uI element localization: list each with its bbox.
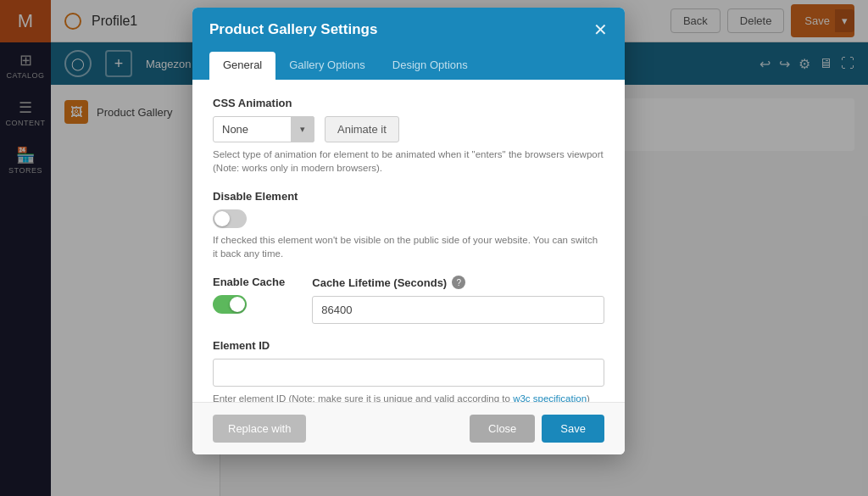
modal-overlay: Common tabs for all elements Product Gal… xyxy=(0,0,868,496)
modal-title: Product Gallery Settings xyxy=(209,21,377,38)
enable-cache-col: Enable Cache xyxy=(213,276,285,314)
disable-element-toggle[interactable] xyxy=(213,209,247,228)
disable-element-description: If checked this element won't be visible… xyxy=(213,233,604,260)
css-animation-controls: None ▾ Animate it xyxy=(213,116,604,142)
animate-it-button[interactable]: Animate it xyxy=(325,116,399,142)
tab-design-options[interactable]: Design Options xyxy=(379,52,481,80)
footer-right: Close Save xyxy=(470,415,604,443)
css-animation-select-wrapper: None ▾ xyxy=(213,116,314,142)
disable-element-label: Disable Element xyxy=(213,190,604,203)
css-animation-select[interactable]: None xyxy=(213,116,314,142)
cache-row: Enable Cache Cache Lifetime (Seconds) ? xyxy=(213,276,604,324)
cache-lifetime-label: Cache Lifetime (Seconds) xyxy=(312,276,447,289)
tab-general[interactable]: General xyxy=(209,52,275,80)
modal-tabs: General Gallery Options Design Options xyxy=(192,52,625,80)
disable-element-toggle-wrapper xyxy=(213,209,604,228)
toggle-knob-cache xyxy=(230,297,245,312)
modal-header: Product Gallery Settings ✕ xyxy=(192,8,625,52)
css-animation-section: CSS Animation None ▾ Animate it Select t… xyxy=(213,97,604,175)
cache-lifetime-input[interactable] xyxy=(312,296,604,324)
css-animation-label: CSS Animation xyxy=(213,97,604,109)
cache-lifetime-label-row: Cache Lifetime (Seconds) ? xyxy=(312,276,604,289)
w3c-link[interactable]: w3c specification xyxy=(513,393,587,402)
cache-help-icon[interactable]: ? xyxy=(452,276,465,289)
modal-body: CSS Animation None ▾ Animate it Select t… xyxy=(192,80,625,402)
cache-lifetime-col: Cache Lifetime (Seconds) ? xyxy=(312,276,604,324)
enable-cache-label: Enable Cache xyxy=(213,276,285,288)
element-id-label: Element ID xyxy=(213,339,604,352)
close-button[interactable]: Close xyxy=(470,415,535,443)
element-id-description: Enter element ID (Note: make sure it is … xyxy=(213,392,604,402)
element-id-input[interactable] xyxy=(213,359,604,387)
save-modal-button[interactable]: Save xyxy=(542,415,604,443)
css-animation-description: Select type of animation for element to … xyxy=(213,148,604,175)
element-id-section: Element ID Enter element ID (Note: make … xyxy=(213,339,604,402)
tab-gallery-options[interactable]: Gallery Options xyxy=(275,52,379,80)
toggle-knob xyxy=(214,211,230,226)
enable-cache-toggle[interactable] xyxy=(213,295,247,314)
modal-footer: Replace with Close Save xyxy=(192,402,625,454)
modal-close-button[interactable]: ✕ xyxy=(593,21,608,38)
replace-with-button[interactable]: Replace with xyxy=(213,415,306,443)
modal: Product Gallery Settings ✕ General Galle… xyxy=(192,8,625,454)
enable-cache-toggle-wrapper xyxy=(213,295,285,314)
disable-element-section: Disable Element If checked this element … xyxy=(213,190,604,260)
